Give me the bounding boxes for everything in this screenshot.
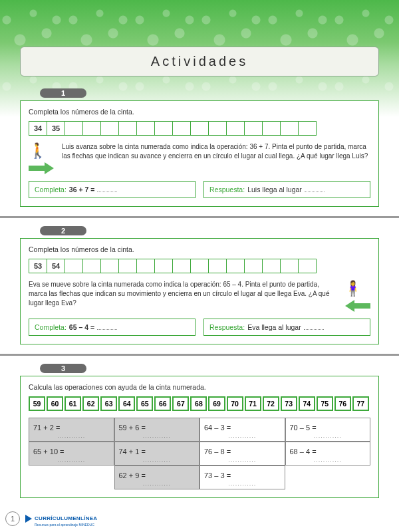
tape-cell: 53: [29, 259, 47, 273]
calc-cell[interactable]: 62 + 9 =............: [114, 466, 200, 489]
section-divider: [0, 216, 399, 218]
tape-cell-blank[interactable]: [82, 121, 101, 136]
activity2-story: Eva se mueve sobre la cinta numerada com…: [29, 280, 337, 308]
tape-cell-blank[interactable]: [190, 259, 209, 273]
blank-input[interactable]: [97, 323, 117, 330]
tape-cell: 73: [281, 396, 297, 411]
activity1-instruction: Completa los números de la cinta.: [29, 108, 370, 116]
person-dress-icon: 🧍‍♀️: [344, 280, 370, 297]
tape-cell: 62: [82, 396, 99, 411]
tape-cell-blank[interactable]: [226, 259, 245, 273]
activity3-instruction: Calcula las operaciones con ayuda de la …: [29, 383, 370, 391]
tape-cell-blank[interactable]: [280, 121, 299, 136]
completa-expr: 36 + 7 =: [69, 186, 95, 194]
tape-cell-blank[interactable]: [262, 259, 281, 273]
tape-cell-blank[interactable]: [172, 121, 191, 136]
tape-cell: 54: [47, 259, 65, 273]
tape-cell-blank[interactable]: [118, 121, 137, 136]
tape-cell-blank[interactable]: [172, 259, 191, 273]
tape-cell-blank[interactable]: [82, 259, 101, 273]
calc-cell[interactable]: 64 – 3 =............: [200, 418, 285, 442]
answer-blank[interactable]: ............: [57, 432, 85, 439]
tape-cell-blank[interactable]: [154, 121, 173, 136]
page-number: 1: [5, 511, 20, 526]
activity1-completa-box[interactable]: Completa: 36 + 7 =: [29, 181, 196, 198]
tape-cell: 69: [208, 396, 225, 411]
blank-input[interactable]: [97, 186, 117, 192]
calc-cell[interactable]: 65 + 10 =............: [29, 442, 114, 466]
completa-label: Completa:: [35, 186, 66, 194]
logo-arrow-icon: [25, 515, 32, 523]
brand-logo: CURRÍCULUMENLÍNEA Recursos para el apren…: [25, 511, 97, 527]
calc-cell[interactable]: 76 – 8 =............: [200, 442, 285, 466]
calc-cell[interactable]: 74 + 1 =............: [114, 442, 200, 466]
number-tape-1: 3435: [29, 121, 370, 136]
tape-cell-blank[interactable]: [298, 121, 317, 136]
tape-cell: 70: [227, 396, 243, 411]
respuesta-label: Respuesta:: [209, 186, 245, 194]
answer-blank[interactable]: ............: [314, 432, 342, 439]
badge-row-3: 3: [20, 364, 379, 377]
activity2-completa-box[interactable]: Completa: 65 – 4 =: [29, 319, 196, 336]
calc-cell[interactable]: 70 – 5 =............: [285, 418, 371, 442]
answer-blank[interactable]: ............: [57, 456, 85, 463]
tape-cell-blank[interactable]: [244, 259, 263, 273]
tape-cell: 68: [190, 396, 207, 411]
tape-cell-blank[interactable]: [190, 121, 209, 136]
calc-cell[interactable]: 68 – 4 =............: [285, 442, 371, 466]
calc-cell[interactable]: 71 + 2 =............: [29, 418, 114, 442]
tape-cell-blank[interactable]: [65, 259, 83, 273]
answer-blank[interactable]: ............: [228, 480, 256, 487]
blank-input[interactable]: [304, 323, 324, 330]
respuesta-text: Luis llega al lugar: [247, 186, 302, 194]
tape-cell-blank[interactable]: [298, 259, 317, 273]
tape-cell-blank[interactable]: [136, 121, 155, 136]
tape-cell: 74: [299, 396, 315, 411]
tape-cell: 71: [245, 396, 261, 411]
activity2-instruction: Completa los números de la cinta.: [29, 245, 370, 253]
tape-cell-blank[interactable]: [280, 259, 299, 273]
tape-cell: 59: [29, 396, 45, 411]
activity1-story: Luis avanza sobre la cinta numerada como…: [62, 142, 370, 161]
tape-cell: 67: [172, 396, 189, 411]
arrow-left-icon: [344, 300, 370, 312]
tape-cell-blank[interactable]: [100, 259, 119, 273]
activity1-respuesta-box[interactable]: Respuesta: Luis llega al lugar: [203, 181, 370, 198]
activity-number-1: 1: [40, 88, 86, 98]
tape-cell-blank[interactable]: [208, 259, 227, 273]
tape-cell-blank[interactable]: [65, 121, 83, 136]
badge-row-2: 2: [20, 226, 379, 239]
answer-blank[interactable]: ............: [228, 432, 256, 439]
calc-cell[interactable]: 59 + 6 =............: [114, 418, 200, 442]
activity2-respuesta-box[interactable]: Respuesta: Eva llega al lugar: [203, 319, 370, 336]
tape-cell: 72: [263, 396, 279, 411]
tape-cell: 64: [118, 396, 135, 411]
tape-cell-blank[interactable]: [100, 121, 119, 136]
number-tape-3: 59606162636465666768697071727374757677: [29, 396, 370, 411]
tape-cell-blank[interactable]: [118, 259, 137, 273]
person-icon: 🚶: [29, 142, 55, 160]
tape-cell-blank[interactable]: [244, 121, 263, 136]
calc-cell[interactable]: 73 – 3 =............: [200, 466, 285, 489]
answer-blank[interactable]: ............: [143, 456, 171, 463]
tape-cell: 76: [334, 396, 351, 411]
answer-blank[interactable]: ............: [143, 480, 171, 487]
tape-cell-blank[interactable]: [226, 121, 245, 136]
tape-cell-blank[interactable]: [208, 121, 227, 136]
tape-cell: 34: [29, 121, 47, 136]
answer-blank[interactable]: ............: [143, 432, 171, 439]
blank-input[interactable]: [305, 186, 325, 192]
tape-cell-blank[interactable]: [136, 259, 155, 273]
activity-number-3: 3: [40, 364, 86, 373]
answer-blank[interactable]: ............: [228, 456, 256, 463]
tape-cell-blank[interactable]: [262, 121, 281, 136]
tape-cell: 61: [65, 396, 81, 411]
tape-cell-blank[interactable]: [154, 259, 173, 273]
activity-3: Calcula las operaciones con ayuda de la …: [20, 376, 379, 498]
person-walking-block: 🚶: [29, 142, 55, 174]
tape-cell: 75: [317, 396, 333, 411]
answer-blank[interactable]: ............: [314, 456, 342, 463]
number-tape-2: 5354: [29, 259, 370, 273]
person-walking-block: 🧍‍♀️: [344, 280, 370, 312]
tape-cell: 66: [154, 396, 171, 411]
